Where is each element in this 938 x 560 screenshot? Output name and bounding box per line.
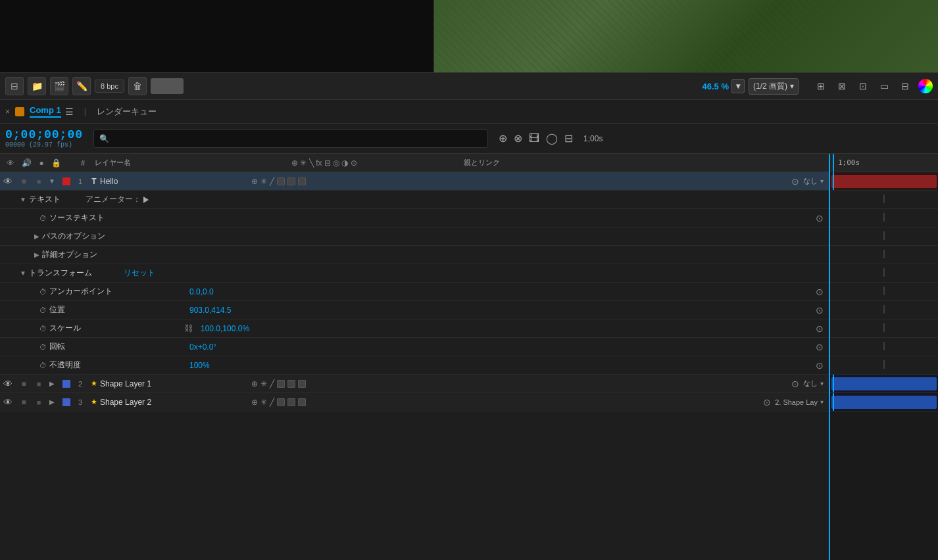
text-group-arrow[interactable]: ▼ bbox=[20, 196, 26, 203]
comp-tab[interactable]: Comp 1 bbox=[30, 105, 61, 118]
anchor-value[interactable]: 0.0,0.0 bbox=[189, 287, 214, 296]
playhead[interactable] bbox=[833, 154, 834, 172]
layer-3-sw1[interactable] bbox=[277, 398, 285, 406]
scale-value[interactable]: 100.0,100.0% bbox=[201, 324, 249, 333]
layer-row-1[interactable]: 👁 ■ ■ ▼ 1 T Hello ⊕ ✳ ╱ ⊙ bbox=[0, 172, 829, 191]
layer-1-collapse-arrow[interactable]: ▼ bbox=[46, 177, 61, 185]
layer-3-sw2[interactable] bbox=[287, 398, 295, 406]
color-wheel-icon[interactable] bbox=[918, 79, 933, 93]
transform-arrow[interactable]: ▼ bbox=[20, 269, 26, 277]
detail-options-arrow[interactable]: ▶ bbox=[34, 251, 39, 258]
layer-1-audio[interactable]: ■ bbox=[16, 177, 32, 186]
anchor-stopwatch[interactable]: ⏱ bbox=[39, 288, 47, 296]
flowchart-icon[interactable]: 🎬 bbox=[50, 77, 68, 95]
layer-row-2[interactable]: 👁 ■ ■ ▶ 2 ★ Shape Layer 1 ⊕ ✳ ╱ bbox=[0, 375, 829, 393]
layer-1-name[interactable]: Hello bbox=[100, 177, 118, 186]
layer-1-num: 1 bbox=[72, 177, 88, 185]
layer-2-audio[interactable]: ■ bbox=[16, 379, 32, 388]
source-text-parent: ⊙ bbox=[724, 213, 829, 223]
layer-row-3[interactable]: 👁 ■ ■ ▶ 3 ★ Shape Layer 2 ⊕ ✳ ╱ bbox=[0, 393, 829, 411]
layer-3-sw3[interactable] bbox=[298, 398, 306, 406]
scale-name: スケール bbox=[49, 323, 81, 334]
layer-1-parent-dropdown[interactable]: なし ▾ bbox=[803, 176, 824, 186]
render-queue-tab[interactable]: レンダーキュー bbox=[97, 106, 157, 118]
camera-icon[interactable]: ⊟ bbox=[897, 78, 913, 94]
track-position-line: I bbox=[830, 301, 938, 319]
layer-2-sw3[interactable] bbox=[298, 380, 306, 388]
layer-3-switches: ⊕ ✳ ╱ bbox=[251, 398, 403, 407]
opacity-parent: ⊙ bbox=[724, 360, 829, 371]
scale-parent: ⊙ bbox=[724, 323, 829, 334]
grid-icon[interactable]: ⊠ bbox=[834, 78, 850, 94]
layer-2-name[interactable]: Shape Layer 1 bbox=[100, 379, 151, 388]
motion-blur-icon[interactable]: ⊗ bbox=[514, 132, 522, 145]
opacity-stopwatch[interactable]: ⏱ bbox=[39, 362, 47, 369]
layer-3-audio[interactable]: ■ bbox=[16, 398, 32, 407]
layer-2-color bbox=[62, 380, 70, 388]
solo-header-icon: ● bbox=[39, 158, 43, 168]
opacity-value[interactable]: 100% bbox=[189, 361, 210, 370]
animator-play-icon[interactable] bbox=[143, 197, 149, 203]
position-stopwatch[interactable]: ⏱ bbox=[39, 306, 47, 314]
scale-link-chain[interactable]: ⛓ bbox=[184, 323, 193, 333]
layer-3-parent-dropdown[interactable]: 2. Shape Lay ▾ bbox=[775, 398, 824, 406]
comp-icon bbox=[15, 107, 24, 116]
fit-screen-icon[interactable]: ⊞ bbox=[813, 78, 829, 94]
layer-3-solo[interactable]: ■ bbox=[32, 398, 46, 406]
layer-3-name[interactable]: Shape Layer 2 bbox=[100, 398, 151, 407]
monitor-icon[interactable]: ⊟ bbox=[5, 77, 24, 95]
quality-dropdown[interactable]: (1/2 画質) ▾ bbox=[749, 78, 799, 95]
position-value[interactable]: 903.0,414.5 bbox=[189, 306, 231, 315]
frame-blend-icon[interactable]: 🎞 bbox=[529, 133, 539, 145]
rotation-value[interactable]: 0x+0.0° bbox=[189, 342, 216, 352]
layer-3-eye[interactable]: 👁 bbox=[0, 397, 16, 408]
layer-1-eye[interactable]: 👁 bbox=[0, 176, 16, 187]
tab-menu-icon[interactable]: ☰ bbox=[65, 106, 74, 117]
trash-icon[interactable]: 🗑 bbox=[128, 77, 147, 95]
bpc-button[interactable]: 8 bpc bbox=[95, 80, 124, 93]
folder-icon[interactable]: 📁 bbox=[28, 77, 46, 95]
solo-column-header: ● bbox=[34, 158, 49, 168]
color-swatch[interactable] bbox=[151, 78, 184, 94]
track-transform-line: I bbox=[830, 264, 938, 282]
layer-1-solo[interactable]: ■ bbox=[32, 177, 46, 185]
layer-2-sw2[interactable] bbox=[287, 380, 295, 388]
transform-reset-btn[interactable]: リセット bbox=[124, 268, 155, 279]
tab-close-button[interactable]: × bbox=[5, 107, 10, 116]
layer-2-parent-dropdown[interactable]: なし ▾ bbox=[803, 379, 824, 388]
layer-1-sw2[interactable] bbox=[287, 177, 295, 185]
layer-2-sw1[interactable] bbox=[277, 380, 285, 388]
layer-2-solo[interactable]: ■ bbox=[32, 380, 46, 388]
timecode-main[interactable]: 0;00;00;00 bbox=[5, 128, 83, 141]
draft-icon[interactable]: ◯ bbox=[546, 132, 558, 145]
path-options-arrow[interactable]: ▶ bbox=[34, 233, 39, 240]
position-name: 位置 bbox=[49, 304, 65, 315]
zoom-dropdown[interactable]: ▾ bbox=[731, 79, 745, 93]
layer-1-sw1[interactable] bbox=[277, 177, 285, 185]
layer-2-parent-value: なし bbox=[803, 379, 818, 388]
track-detail-options: I bbox=[830, 246, 938, 264]
rotation-value-area: 0x+0.0° bbox=[184, 342, 724, 352]
zoom-control: 46.5 % ▾ bbox=[703, 79, 745, 93]
solo-icon[interactable]: ⊕ bbox=[499, 132, 507, 145]
lock-header-icon: 🔒 bbox=[51, 158, 61, 168]
layer-2-name-area: Shape Layer 1 bbox=[100, 379, 251, 388]
graph-icon[interactable]: ⊟ bbox=[564, 132, 573, 145]
layer-2-label bbox=[61, 380, 72, 388]
anchor-parent: ⊙ bbox=[724, 287, 829, 297]
guides-icon[interactable]: ⊡ bbox=[855, 78, 871, 94]
layer-3-name-area: Shape Layer 2 bbox=[100, 398, 251, 407]
layer-2-eye[interactable]: 👁 bbox=[0, 379, 16, 389]
layer-2-collapse-arrow[interactable]: ▶ bbox=[46, 380, 61, 387]
search-icon: 🔍 bbox=[99, 134, 109, 143]
pen-icon[interactable]: ✏️ bbox=[72, 77, 91, 95]
layer-3-collapse-arrow[interactable]: ▶ bbox=[46, 398, 61, 406]
source-text-stopwatch[interactable]: ⏱ bbox=[39, 214, 47, 222]
search-input[interactable] bbox=[113, 134, 482, 143]
scale-stopwatch[interactable]: ⏱ bbox=[39, 325, 47, 333]
layer-1-sw3[interactable] bbox=[298, 177, 306, 185]
rotation-stopwatch[interactable]: ⏱ bbox=[39, 343, 47, 351]
safe-area-icon[interactable]: ▭ bbox=[876, 78, 892, 94]
scale-row: ⏱ スケール ⛓ 100.0,100.0% ⊙ bbox=[0, 319, 829, 338]
audio-header-icon: 🔊 bbox=[22, 158, 32, 168]
